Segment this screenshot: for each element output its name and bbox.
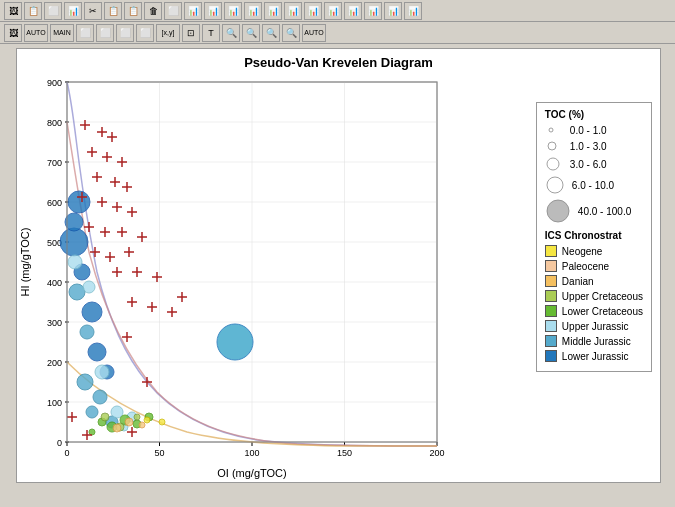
tb1-btn7[interactable]: 📋 (124, 2, 142, 20)
tb2-auto2[interactable]: AUTO (302, 24, 326, 42)
chron-lower-cretaceous: Lower Cretaceous (545, 305, 643, 317)
chron-upper-jurassic: Upper Jurassic (545, 320, 643, 332)
svg-point-2 (547, 158, 559, 170)
lower-cretaceous-color (545, 305, 557, 317)
toc-item-2: 1.0 - 3.0 (545, 139, 643, 153)
tb2-zoom2[interactable]: 🔍 (262, 24, 280, 42)
lower-jurassic-label: Lower Jurassic (562, 351, 629, 362)
tb1-btn2[interactable]: 📋 (24, 2, 42, 20)
toc-legend-title: TOC (%) (545, 109, 643, 120)
tb1-btn4[interactable]: 📊 (64, 2, 82, 20)
toc-label-3: 3.0 - 6.0 (570, 159, 607, 170)
toc-label-5: 40.0 - 100.0 (578, 206, 631, 217)
chart-wrapper: Pseudo-Van Krevelen Diagram TOC (%) 0.0 … (16, 48, 661, 483)
tb2-btn6[interactable]: ⬜ (136, 24, 154, 42)
left-panel (2, 46, 14, 485)
legend-box: TOC (%) 0.0 - 1.0 1.0 - 3.0 3.0 - 6.0 6.… (536, 102, 652, 372)
chart-area: Pseudo-Van Krevelen Diagram TOC (%) 0.0 … (0, 44, 675, 487)
datapoint-lower-jurassic (65, 213, 83, 231)
chron-neogene: Neogene (545, 245, 643, 257)
svg-text:100: 100 (47, 398, 62, 408)
tb2-img[interactable]: 🖼 (4, 24, 22, 42)
upper-cretaceous-color (545, 290, 557, 302)
bottom-panel (0, 487, 675, 495)
chart-inner: TOC (%) 0.0 - 1.0 1.0 - 3.0 3.0 - 6.0 6.… (17, 72, 660, 482)
chron-paleocene: Paleocene (545, 260, 643, 272)
tb1-btn16[interactable]: 📊 (304, 2, 322, 20)
datapoint-paleocene (113, 424, 121, 432)
tb2-zoom-in[interactable]: 🔍 (222, 24, 240, 42)
tb1-btn3[interactable]: ⬜ (44, 2, 62, 20)
chart-title: Pseudo-Van Krevelen Diagram (17, 49, 660, 72)
tb1-btn1[interactable]: 🖼 (4, 2, 22, 20)
datapoint-lower-jurassic (68, 191, 90, 213)
svg-text:OI (mg/gTOC): OI (mg/gTOC) (217, 467, 286, 479)
tb1-btn9[interactable]: ⬜ (164, 2, 182, 20)
tb2-zoom-out[interactable]: 🔍 (242, 24, 260, 42)
toc-label-4: 6.0 - 10.0 (572, 180, 614, 191)
datapoint-lower-jurassic (60, 228, 88, 256)
chron-upper-cretaceous: Upper Cretaceous (545, 290, 643, 302)
chron-legend-title: ICS Chronostrat (545, 230, 643, 241)
toc-item-5: 40.0 - 100.0 (545, 198, 643, 224)
tb1-btn21[interactable]: 📊 (404, 2, 422, 20)
tb2-btn4[interactable]: ⬜ (96, 24, 114, 42)
tb1-btn13[interactable]: 📊 (244, 2, 262, 20)
tb2-auto[interactable]: AUTO (24, 24, 48, 42)
tb1-btn6[interactable]: 📋 (104, 2, 122, 20)
tb1-btn8[interactable]: 🗑 (144, 2, 162, 20)
datapoint-lower-jurassic (88, 343, 106, 361)
tb1-btn19[interactable]: 📊 (364, 2, 382, 20)
svg-text:200: 200 (47, 358, 62, 368)
tb2-btn5[interactable]: ⬜ (116, 24, 134, 42)
datapoint-upper-jurassic (83, 281, 95, 293)
tb2-xy[interactable]: [x,y] (156, 24, 180, 42)
datapoint-middle-jurassic (93, 390, 107, 404)
svg-text:300: 300 (47, 318, 62, 328)
tb2-zoom3[interactable]: 🔍 (282, 24, 300, 42)
toc-label-1: 0.0 - 1.0 (570, 125, 607, 136)
paleocene-label: Paleocene (562, 261, 609, 272)
tb1-btn11[interactable]: 📊 (204, 2, 222, 20)
right-panel (663, 46, 673, 485)
svg-text:600: 600 (47, 198, 62, 208)
datapoint-neogene (144, 417, 150, 423)
toc-item-3: 3.0 - 6.0 (545, 156, 643, 172)
tb2-text[interactable]: T (202, 24, 220, 42)
chron-danian: Danian (545, 275, 643, 287)
datapoint-lower-cretaceous (89, 429, 95, 435)
svg-text:HI (mg/gTOC): HI (mg/gTOC) (19, 228, 31, 297)
datapoint-lower-jurassic (82, 302, 102, 322)
tb1-btn10[interactable]: 📊 (184, 2, 202, 20)
neogene-color (545, 245, 557, 257)
datapoint-middle-jurassic (77, 374, 93, 390)
toc-label-2: 1.0 - 3.0 (570, 141, 607, 152)
tb2-btn3[interactable]: ⬜ (76, 24, 94, 42)
datapoint-middle-jurassic (86, 406, 98, 418)
svg-text:0: 0 (57, 438, 62, 448)
datapoint-lower-jurassic-large (217, 324, 253, 360)
tb1-btn5[interactable]: ✂ (84, 2, 102, 20)
tb2-main[interactable]: MAIN (50, 24, 74, 42)
datapoint-paleocene (139, 422, 145, 428)
tb1-btn20[interactable]: 📊 (384, 2, 402, 20)
tb1-btn12[interactable]: 📊 (224, 2, 242, 20)
upper-cretaceous-label: Upper Cretaceous (562, 291, 643, 302)
svg-text:50: 50 (154, 448, 164, 458)
tb1-btn14[interactable]: 📊 (264, 2, 282, 20)
toolbar1: 🖼 📋 ⬜ 📊 ✂ 📋 📋 🗑 ⬜ 📊 📊 📊 📊 📊 📊 📊 📊 📊 📊 📊 … (0, 0, 675, 22)
tb1-btn18[interactable]: 📊 (344, 2, 362, 20)
tb1-btn17[interactable]: 📊 (324, 2, 342, 20)
danian-label: Danian (562, 276, 594, 287)
datapoint-middle-jurassic (80, 325, 94, 339)
chron-middle-jurassic: Middle Jurassic (545, 335, 643, 347)
datapoint-neogene (159, 419, 165, 425)
svg-point-4 (547, 200, 569, 222)
svg-text:900: 900 (47, 78, 62, 88)
datapoint-upper-jurassic (68, 255, 82, 269)
datapoint-paleocene (125, 418, 133, 426)
datapoint-upper-jurassic (95, 365, 109, 379)
tb1-btn15[interactable]: 📊 (284, 2, 302, 20)
tb2-sel[interactable]: ⊡ (182, 24, 200, 42)
toc-item-4: 6.0 - 10.0 (545, 175, 643, 195)
